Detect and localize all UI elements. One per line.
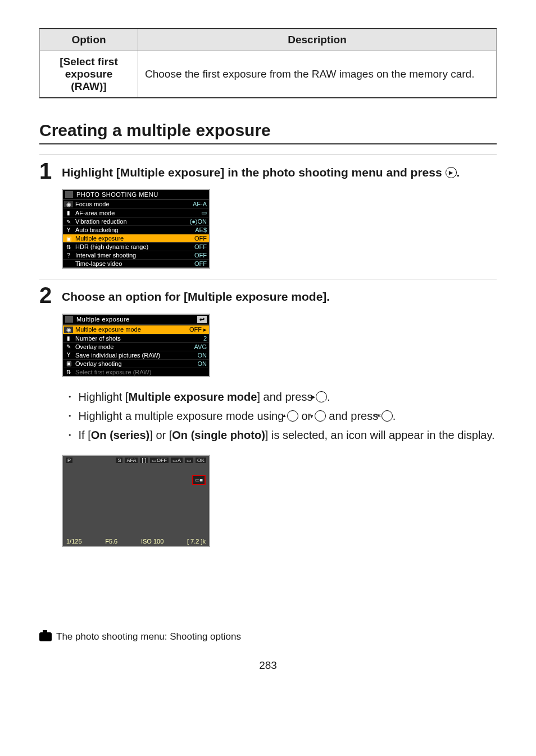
menu-item-label: HDR (high dynamic range) [75,243,191,250]
check-tab-icon: ▣ [64,236,73,242]
submenu-item-label: Save individual pictures (RAW) [75,352,194,359]
page-footer: The photo shooting menu: Shooting option… [0,631,536,659]
pencil-tab-icon: ✎ [64,343,73,350]
lcd-iso: ISO 100 [141,538,163,545]
multiselector-down-icon [315,410,326,422]
camera-icon [39,632,52,641]
menu-item-label: AF-area mode [75,210,198,216]
lcd-bottombar: 1/125 F5.6 ISO 100 [ 7.2 ]k [63,538,209,545]
submenu-item-value: ON [194,360,207,367]
retouch-tab-icon: Y [64,227,73,233]
menu-item-label: Multiple exposure [75,235,191,242]
submenu-item-label: Multiple exposure mode [75,326,186,333]
submenu-header: Multiple exposure ↩ [63,315,209,325]
th-description: Description [138,29,497,51]
cell-option: [Select first exposure (RAW)] [40,51,138,98]
multiple-exposure-indicator: ▭■ [192,475,206,485]
back-icon: ↩ [197,316,207,323]
check-tab-icon: ▣ [64,360,73,366]
menu-header: PHOTO SHOOTING MENU [63,190,209,200]
menu-item-label: Focus mode [75,201,189,207]
submenu-item-value: 2 [200,335,207,342]
camera-tab-icon: ◉ [64,327,73,333]
step-1-title: Highlight [Multiple exposure] in the pho… [62,164,497,181]
lcd-chip: S [116,458,122,463]
menu-item-value: (●)ON [187,218,207,225]
menu-item-value: AF-A [189,201,207,207]
multiselector-right-icon [446,167,457,178]
section-heading: Creating a multiple exposure [39,121,497,144]
multiselector-right-icon [316,391,327,402]
step-2-title: Choose an option for [Multiple exposure … [62,288,497,305]
submenu-item-value: AVG [191,343,207,350]
submenu-item-value: ON [194,352,207,359]
bullet-2: Highlight a multiple exposure mode using… [64,406,497,425]
lcd-shutter: 1/125 [66,538,82,545]
bullet-1: Highlight [Multiple exposure mode] and p… [64,387,497,406]
play-tab-icon [65,316,73,323]
menu-item-value: AE$ [192,227,207,233]
submenu-item-label: Number of shots [75,335,200,342]
menu-header-title: PHOTO SHOOTING MENU [76,191,158,198]
option-table: Option Description [Select first exposur… [39,28,497,98]
step-2: 2 Choose an option for [Multiple exposur… [39,279,497,546]
submenu-item-label: Select first exposure (RAW) [75,369,203,375]
lcd-chip: ▭OFF [150,458,169,463]
step-2-bullets: Highlight [Multiple exposure mode] and p… [62,387,497,445]
help-tab-icon: ? [64,252,73,259]
bullet-3: If [On (series)] or [On (single photo)] … [64,425,497,445]
retouch-tab-icon: Y [64,352,73,358]
menu-item-label: Interval timer shooting [75,252,191,259]
lcd-fnumber: F5.6 [105,538,117,545]
lcd-chip: [ ] [140,458,148,463]
submenu-item-label: Overlay mode [75,343,191,350]
lcd-chip: OK [196,458,206,463]
video-tab-icon: ▮ [64,335,73,341]
step-1-number: 1 [39,159,62,182]
lcd-shots-remaining: [ 7.2 ]k [187,538,206,545]
lcd-chip: ▭ [185,458,193,463]
menu-item-value: OFF [191,252,207,259]
play-tab-icon [65,191,73,198]
multiselector-up-icon [287,410,298,422]
page-number: 283 [0,659,536,689]
footer-text: The photo shooting menu: Shooting option… [56,631,241,642]
submenu-item-value: OFF ▸ [186,326,207,333]
ok-button-icon [381,410,393,422]
submenu-header-title: Multiple exposure [76,316,130,323]
menu-item-value: ▭ [198,209,207,216]
multiple-exposure-submenu-screenshot: Multiple exposure ↩ ◉Multiple exposure m… [62,314,210,377]
menu-item-label: Vibration reduction [75,218,187,225]
step-1: 1 Highlight [Multiple exposure] in the p… [39,155,497,269]
photo-shooting-menu-screenshot: PHOTO SHOOTING MENU ◉Focus modeAF-A ▮AF-… [62,189,210,269]
mode-chip: P [66,458,72,463]
step-2-number: 2 [39,283,62,306]
lcd-chip: ▭A [171,458,183,463]
menu-item-label: Auto bracketing [75,227,192,233]
th-option: Option [40,29,138,51]
cell-description: Choose the first exposure from the RAW i… [138,51,497,98]
menu-item-value: OFF [191,260,207,267]
menu-item-value: OFF [191,235,207,242]
mymenu-tab-icon: ⇅ [64,369,73,375]
mymenu-tab-icon: ⇅ [64,244,73,250]
submenu-item-label: Overlay shooting [75,360,194,367]
camera-tab-icon: ◉ [64,201,73,207]
lcd-topbar: P S AFA [ ] ▭OFF ▭A ▭ OK [63,456,209,465]
pencil-tab-icon: ✎ [64,219,73,225]
video-tab-icon: ▮ [64,210,73,216]
lcd-chip: AFA [125,458,138,463]
menu-item-label: Time-lapse video [75,260,191,267]
menu-item-value: OFF [191,243,207,250]
display-screenshot: P S AFA [ ] ▭OFF ▭A ▭ OK ▭■ 1/125 F5.6 I… [62,455,210,547]
